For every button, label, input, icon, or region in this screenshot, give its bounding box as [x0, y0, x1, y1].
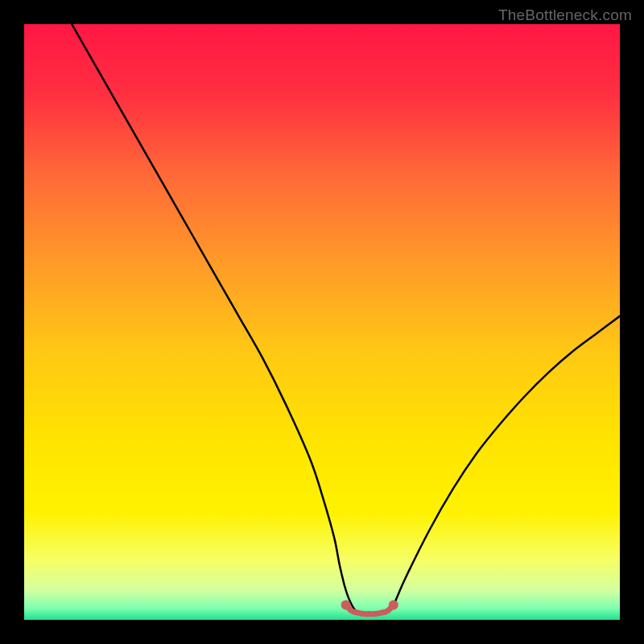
- endpoint-dot-1: [389, 601, 398, 610]
- chart-svg: [24, 24, 620, 620]
- watermark-text: TheBottleneck.com: [498, 6, 632, 24]
- chart-container: TheBottleneck.com: [0, 0, 644, 644]
- gradient-background: [24, 24, 620, 620]
- endpoint-dot-0: [341, 601, 351, 610]
- plot-area: [24, 24, 620, 620]
